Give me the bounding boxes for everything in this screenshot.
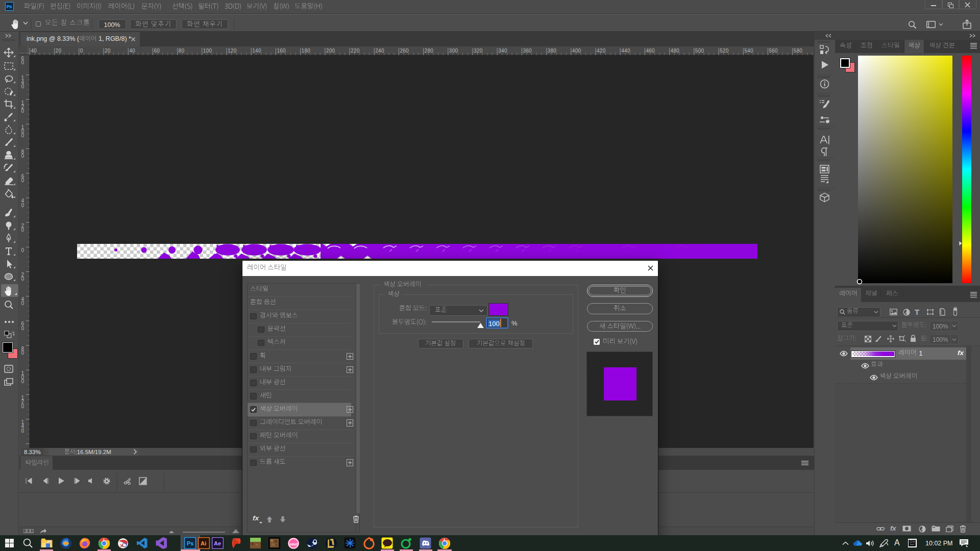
svg-text:Ae: Ae	[214, 540, 221, 546]
svg-text:Ai: Ai	[201, 540, 206, 546]
svg-text:Ps: Ps	[187, 540, 193, 546]
svg-text:osu!: osu!	[289, 541, 298, 546]
